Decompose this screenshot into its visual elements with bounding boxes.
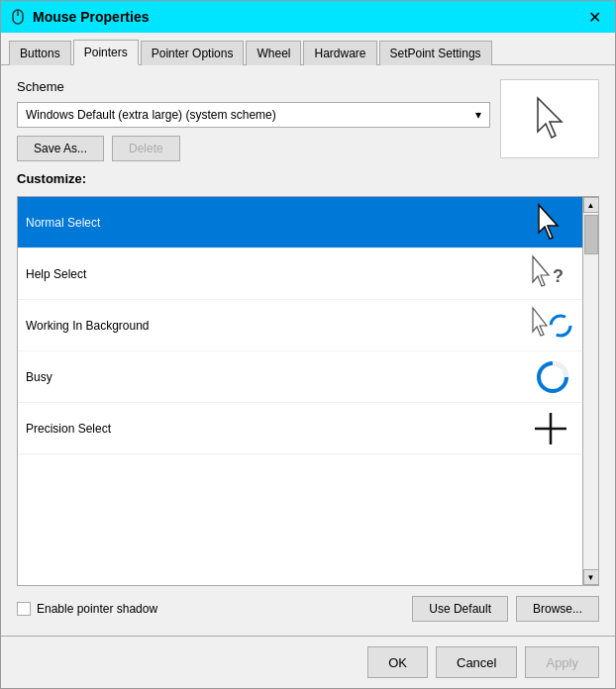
svg-marker-7 — [533, 308, 547, 336]
scheme-buttons: Save As... Delete — [17, 136, 490, 161]
mouse-properties-window: Mouse Properties ✕ Buttons Pointers Poin… — [0, 0, 616, 689]
scheme-left: Scheme Windows Default (extra large) (sy… — [17, 79, 490, 161]
cursor-item-precision-select[interactable]: Precision Select — [18, 403, 582, 454]
tab-pointer-options[interactable]: Pointer Options — [141, 41, 245, 65]
svg-text:?: ? — [553, 266, 564, 286]
help-select-cursor-icon: ? — [527, 254, 574, 294]
window-title: Mouse Properties — [33, 9, 149, 25]
scheme-dropdown[interactable]: Windows Default (extra large) (system sc… — [17, 102, 490, 128]
cursor-item-normal-select[interactable]: Normal Select — [18, 197, 582, 248]
tab-bar: Buttons Pointers Pointer Options Wheel H… — [1, 33, 615, 65]
scheme-value: Windows Default (extra large) (system sc… — [26, 108, 276, 122]
content-area: Scheme Windows Default (extra large) (sy… — [1, 65, 615, 636]
scrollbar-thumb[interactable] — [584, 215, 598, 254]
pointer-shadow-row: Enable pointer shadow Use Default Browse… — [17, 596, 599, 622]
normal-select-cursor-icon — [527, 203, 574, 243]
scroll-up-button[interactable]: ▲ — [583, 197, 599, 213]
cursor-item-busy[interactable]: Busy — [18, 351, 582, 403]
tab-setpoint[interactable]: SetPoint Settings — [379, 41, 492, 65]
title-bar-left: Mouse Properties — [9, 8, 149, 26]
footer: OK Cancel Apply — [1, 636, 615, 688]
cursor-name-precision-select: Precision Select — [26, 422, 111, 436]
dropdown-arrow-icon: ▾ — [475, 108, 481, 122]
scrollbar: ▲ ▼ — [582, 197, 598, 585]
apply-button[interactable]: Apply — [525, 646, 599, 678]
cursor-name-working-background: Working In Background — [26, 319, 150, 333]
precision-select-cursor-icon — [527, 409, 574, 448]
working-background-cursor-icon — [527, 306, 574, 345]
cursor-list[interactable]: Normal Select Help Select ? — [18, 197, 582, 585]
tab-pointers[interactable]: Pointers — [73, 40, 139, 65]
cursor-name-normal-select: Normal Select — [26, 216, 100, 230]
close-button[interactable]: ✕ — [581, 4, 607, 30]
tab-buttons[interactable]: Buttons — [9, 41, 71, 65]
cursor-name-busy: Busy — [26, 370, 52, 384]
cancel-button[interactable]: Cancel — [436, 646, 517, 678]
scheme-section: Scheme Windows Default (extra large) (sy… — [17, 79, 599, 161]
cursor-item-help-select[interactable]: Help Select ? — [18, 248, 582, 300]
browse-button[interactable]: Browse... — [516, 596, 599, 622]
ok-button[interactable]: OK — [367, 646, 428, 678]
tab-wheel[interactable]: Wheel — [246, 41, 301, 65]
customize-label: Customize: — [17, 171, 599, 186]
preview-cursor-icon — [530, 94, 569, 144]
cursor-item-working-background[interactable]: Working In Background — [18, 300, 582, 351]
svg-point-8 — [551, 316, 570, 336]
cursor-name-help-select: Help Select — [26, 267, 86, 281]
mouse-icon — [9, 8, 27, 26]
save-as-button[interactable]: Save As... — [17, 136, 104, 161]
scheme-label: Scheme — [17, 79, 490, 94]
title-bar: Mouse Properties ✕ — [1, 1, 615, 33]
delete-button[interactable]: Delete — [112, 136, 180, 161]
cursor-list-container: Normal Select Help Select ? — [17, 196, 599, 586]
busy-cursor-icon — [527, 357, 574, 397]
use-default-button[interactable]: Use Default — [412, 596, 508, 622]
tab-hardware[interactable]: Hardware — [303, 41, 376, 65]
pointer-shadow-label: Enable pointer shadow — [37, 602, 157, 616]
cursor-preview — [500, 79, 599, 158]
cursor-action-buttons: Use Default Browse... — [412, 596, 599, 622]
scroll-down-button[interactable]: ▼ — [583, 569, 599, 585]
pointer-shadow-checkbox[interactable] — [17, 602, 31, 616]
svg-marker-5 — [533, 256, 549, 286]
svg-marker-2 — [538, 98, 562, 138]
